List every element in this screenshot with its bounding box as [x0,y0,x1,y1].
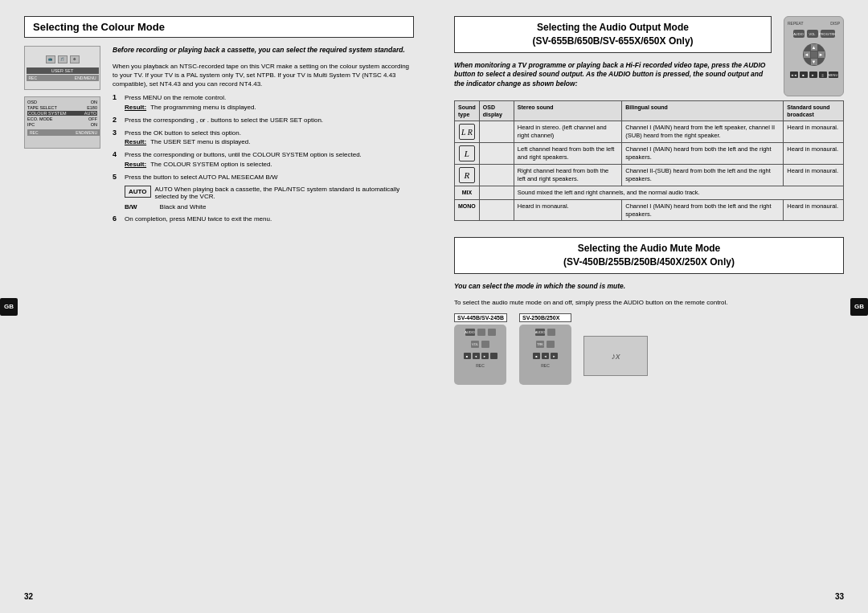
bilingual-lr: Channel I (MAIN) heard from the left spe… [622,121,784,143]
device-1-label: SV-445B/SV-245B [454,313,507,322]
device-2-remote: AUDIO TRK ■ ◄ ► REC [519,325,571,385]
device-screen-1: 📺 🎵 ⚙ USER SET RECEND/MENU [24,46,100,90]
mono-label: MONO [455,199,480,221]
step-4-num: 4 [113,150,121,158]
col-stereo: Stereo sound [514,101,621,121]
tape-select-value: E180 [87,105,97,110]
table-row: L R Heard in stereo. (left channel and r… [455,121,844,143]
l-icon: L [459,145,475,161]
bilingual-r: Channel II-(SUB) heard from both the lef… [622,165,784,186]
device-2-box: SV-250B/250X AUDIO TRK ■ ◄ ► [519,313,571,385]
step-6: 6 On completion, press MENU twice to exi… [113,215,414,223]
standard-mono: Heard in monaural. [784,199,844,221]
icon-2: 🎵 [58,55,68,63]
standard-lr: Heard in monaural. [784,121,844,143]
mute-body-text: To select the audio mute mode on and off… [454,298,844,307]
device-2-label: SV-250B/250X [519,313,571,322]
body-text: When you playback an NTSC-recorded tape … [113,62,414,89]
osd-display-r [479,165,514,186]
gb-badge-left: GB [0,298,18,316]
auto-box: AUTO [125,186,151,198]
stereo-r: Right channel heard from both the left a… [514,165,621,186]
audio-intro-text: When monitoring a TV programme or playin… [454,61,772,90]
table-row: MIX Sound mixed the left and right chann… [455,186,844,200]
section-title-colour: Selecting the Colour Mode [24,16,414,38]
device-1-box: SV-445B/SV-245B AUDIO VOL ■ ◄ ► [454,313,507,385]
standard-r: Heard in monaural. [784,165,844,186]
step-5: 5 Press the button to select AUTO PAL ME… [113,173,414,182]
audio-mute-title: Selecting the Audio Mute Mode (SV-450B/2… [454,237,844,274]
device-1-remote: AUDIO VOL ■ ◄ ► REC [454,325,506,385]
tape-select-label: TAPE SELECT [27,105,57,110]
ipc-label: IPC [27,122,35,127]
colour-system-value: AUTO [84,111,96,116]
right-page: GB Selecting the Audio Output Mode (SV-6… [434,0,868,613]
step-4: 4 Press the corresponding or buttons, un… [113,150,414,168]
mix-label: MIX [455,186,480,200]
r-icon: R [459,167,475,183]
page-number-right: 33 [835,592,844,601]
intro-text: Before recording or playing back a casse… [113,46,414,55]
osd-display-mono [479,199,514,221]
step-3-text: Press the OK button to select this optio… [125,129,414,146]
step-3-num: 3 [113,129,121,137]
col-sound-type: Sound type [455,101,480,121]
audio-mute-section: Selecting the Audio Mute Mode (SV-450B/2… [454,237,844,385]
step-5-text: Press the button to select AUTO PAL MESE… [125,173,414,182]
icon-3: ⚙ [70,55,80,63]
bilingual-mono: Channel I (MAIN) heard from both the lef… [622,199,784,221]
rec-end-bar: RECEND/MENU [27,75,99,81]
step-2-text: Press the corresponding , or . buttons t… [125,116,414,125]
stereo-lr: Heard in stereo. (left channel and right… [514,121,621,143]
audio-output-table: Sound type OSD display Stereo sound Bili… [454,100,844,221]
step-1-text: Press MENU on the remote control. Result… [125,93,414,111]
lr-icon: L R [459,124,475,140]
table-row: MONO Heard in monaural. Channel I (MAIN)… [455,199,844,221]
osd-label: OSD [27,100,37,104]
audio-output-title: Selecting the Audio Output Mode (SV-655B… [454,16,772,53]
standard-l: Heard in monaural. [784,143,844,165]
stereo-l: Left channel heard from both the left an… [514,143,621,165]
device-image-area: 📺 🎵 ⚙ USER SET RECEND/MENU OSD ON TAPE S… [24,46,104,227]
step-2-num: 2 [113,116,121,124]
step-1-num: 1 [113,93,121,101]
auto-note: AUTO When playing back a cassette, the P… [155,186,414,200]
display-area: ♪x [583,329,648,376]
col-standard: Standard sound broadcast [784,101,844,121]
bilingual-l: Channel I (MAIN) heard from both the lef… [622,143,784,165]
stereo-mono: Heard in monaural. [514,199,621,221]
icon-1: 📺 [46,55,55,63]
osd-display-l [479,143,514,165]
col-bilingual: Bilingual sound [622,101,784,121]
device-screen-2: OSD ON TAPE SELECT E180 COLOUR SYSTEM AU… [24,96,100,149]
ipc-value: ON [91,122,97,127]
display-box: ♪x [583,336,648,376]
col-osd: OSD display [479,101,514,121]
step-3: 3 Press the OK button to select this opt… [113,129,414,146]
mix-text: Sound mixed the left and right channels,… [514,186,843,200]
bw-label: B/W [125,203,137,210]
gb-badge-right: GB [850,298,868,316]
osd-value: ON [91,100,97,104]
steps-area: Before recording or playing back a casse… [113,46,414,227]
step-1: 1 Press MENU on the remote control. Resu… [113,93,414,111]
osd-display-mix [479,186,514,200]
remote-control-image: REPEAT DISP AUDIO VOL PROG/TRK ▲ ◄► ▼ [784,16,844,96]
audio-output-section: Selecting the Audio Output Mode (SV-655B… [454,16,844,221]
step-5-num: 5 [113,173,121,181]
bw-text: Black and White [160,203,207,210]
step-2: 2 Press the corresponding , or . buttons… [113,116,414,125]
page-number-left: 32 [24,592,33,601]
step-4-text: Press the corresponding or buttons, unti… [125,150,414,168]
osd-display-lr [479,121,514,143]
step-6-text: On completion, press MENU twice to exit … [125,215,414,223]
eco-mode-label: ECO. MODE [27,116,52,121]
step-6-num: 6 [113,215,121,223]
table-row: R Right channel heard from both the left… [455,165,844,186]
colour-system-label: COLOUR SYSTEM [28,111,67,116]
table-row: L Left channel heard from both the left … [455,143,844,165]
left-page: GB Selecting the Colour Mode 📺 🎵 ⚙ USER … [0,0,434,613]
eco-mode-value: OFF [88,116,97,121]
mute-intro-text: You can select the mode in which the sou… [454,282,844,292]
user-set-bar: USER SET [27,67,99,74]
